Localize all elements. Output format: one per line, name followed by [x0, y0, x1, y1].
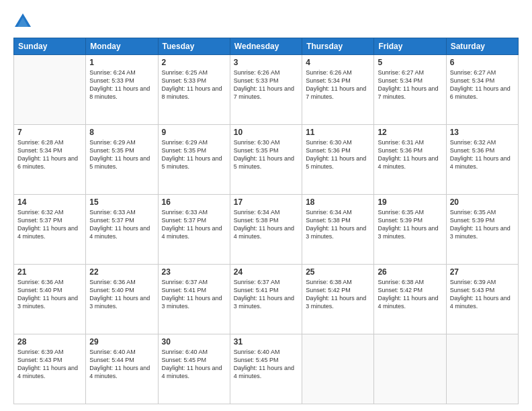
calendar-header-sunday: Sunday	[14, 38, 86, 55]
calendar-cell: 31Sunrise: 6:40 AMSunset: 5:45 PMDayligh…	[230, 334, 302, 404]
day-info: Sunrise: 6:27 AMSunset: 5:34 PMDaylight:…	[450, 68, 515, 101]
calendar-cell: 25Sunrise: 6:38 AMSunset: 5:42 PMDayligh…	[302, 265, 374, 334]
day-number: 30	[162, 337, 226, 347]
day-number: 18	[306, 197, 370, 207]
day-info: Sunrise: 6:25 AMSunset: 5:33 PMDaylight:…	[162, 68, 226, 101]
day-number: 12	[378, 128, 442, 137]
calendar-header-monday: Monday	[86, 38, 158, 55]
day-number: 1	[89, 58, 154, 67]
calendar-cell: 20Sunrise: 6:35 AMSunset: 5:39 PMDayligh…	[446, 195, 518, 265]
day-info: Sunrise: 6:40 AMSunset: 5:45 PMDaylight:…	[162, 348, 226, 381]
day-number: 19	[378, 197, 442, 207]
calendar-week-2: 7Sunrise: 6:28 AMSunset: 5:34 PMDaylight…	[14, 125, 519, 195]
day-number: 9	[162, 128, 226, 137]
calendar-cell: 23Sunrise: 6:37 AMSunset: 5:41 PMDayligh…	[158, 265, 230, 334]
header	[13, 12, 519, 31]
day-info: Sunrise: 6:28 AMSunset: 5:34 PMDaylight:…	[17, 138, 82, 171]
calendar-cell: 7Sunrise: 6:28 AMSunset: 5:34 PMDaylight…	[14, 125, 86, 195]
calendar-cell: 18Sunrise: 6:34 AMSunset: 5:38 PMDayligh…	[302, 195, 374, 265]
day-info: Sunrise: 6:29 AMSunset: 5:35 PMDaylight:…	[162, 138, 226, 171]
calendar-week-1: 1Sunrise: 6:24 AMSunset: 5:33 PMDaylight…	[14, 55, 519, 125]
day-info: Sunrise: 6:32 AMSunset: 5:37 PMDaylight:…	[17, 208, 82, 241]
day-number: 24	[234, 267, 298, 277]
day-number: 25	[306, 267, 370, 277]
calendar-cell	[446, 334, 518, 404]
day-info: Sunrise: 6:27 AMSunset: 5:34 PMDaylight:…	[378, 68, 442, 101]
calendar-week-3: 14Sunrise: 6:32 AMSunset: 5:37 PMDayligh…	[14, 195, 519, 265]
calendar-cell: 16Sunrise: 6:33 AMSunset: 5:37 PMDayligh…	[158, 195, 230, 265]
day-info: Sunrise: 6:29 AMSunset: 5:35 PMDaylight:…	[89, 138, 154, 171]
day-number: 13	[450, 128, 515, 137]
calendar-cell: 21Sunrise: 6:36 AMSunset: 5:40 PMDayligh…	[14, 265, 86, 334]
day-number: 20	[450, 197, 515, 207]
day-info: Sunrise: 6:36 AMSunset: 5:40 PMDaylight:…	[89, 278, 154, 311]
page: SundayMondayTuesdayWednesdayThursdayFrid…	[0, 0, 532, 411]
calendar-header-thursday: Thursday	[302, 38, 374, 55]
day-number: 15	[89, 197, 154, 207]
day-info: Sunrise: 6:39 AMSunset: 5:43 PMDaylight:…	[450, 278, 515, 311]
day-info: Sunrise: 6:38 AMSunset: 5:42 PMDaylight:…	[378, 278, 442, 311]
calendar-cell: 27Sunrise: 6:39 AMSunset: 5:43 PMDayligh…	[446, 265, 518, 334]
day-info: Sunrise: 6:33 AMSunset: 5:37 PMDaylight:…	[89, 208, 154, 241]
day-number: 7	[17, 128, 82, 137]
calendar-cell: 8Sunrise: 6:29 AMSunset: 5:35 PMDaylight…	[86, 125, 158, 195]
day-info: Sunrise: 6:39 AMSunset: 5:43 PMDaylight:…	[17, 348, 82, 381]
day-info: Sunrise: 6:26 AMSunset: 5:33 PMDaylight:…	[234, 68, 298, 101]
day-number: 27	[450, 267, 515, 277]
calendar-cell: 29Sunrise: 6:40 AMSunset: 5:44 PMDayligh…	[86, 334, 158, 404]
day-number: 21	[17, 267, 82, 277]
day-number: 22	[89, 267, 154, 277]
day-number: 4	[306, 58, 370, 67]
day-info: Sunrise: 6:24 AMSunset: 5:33 PMDaylight:…	[89, 68, 154, 101]
day-info: Sunrise: 6:35 AMSunset: 5:39 PMDaylight:…	[378, 208, 442, 241]
calendar-cell: 30Sunrise: 6:40 AMSunset: 5:45 PMDayligh…	[158, 334, 230, 404]
day-info: Sunrise: 6:35 AMSunset: 5:39 PMDaylight:…	[450, 208, 515, 241]
day-number: 5	[378, 58, 442, 67]
calendar-week-4: 21Sunrise: 6:36 AMSunset: 5:40 PMDayligh…	[14, 265, 519, 334]
day-number: 17	[234, 197, 298, 207]
day-info: Sunrise: 6:37 AMSunset: 5:41 PMDaylight:…	[234, 278, 298, 311]
calendar-header-tuesday: Tuesday	[158, 38, 230, 55]
calendar-cell: 3Sunrise: 6:26 AMSunset: 5:33 PMDaylight…	[230, 55, 302, 125]
day-info: Sunrise: 6:34 AMSunset: 5:38 PMDaylight:…	[234, 208, 298, 241]
calendar-cell: 26Sunrise: 6:38 AMSunset: 5:42 PMDayligh…	[374, 265, 446, 334]
calendar-cell: 12Sunrise: 6:31 AMSunset: 5:36 PMDayligh…	[374, 125, 446, 195]
calendar-header-friday: Friday	[374, 38, 446, 55]
calendar-cell: 1Sunrise: 6:24 AMSunset: 5:33 PMDaylight…	[86, 55, 158, 125]
calendar-cell: 13Sunrise: 6:32 AMSunset: 5:36 PMDayligh…	[446, 125, 518, 195]
day-number: 11	[306, 128, 370, 137]
day-number: 28	[17, 337, 82, 347]
calendar-cell: 22Sunrise: 6:36 AMSunset: 5:40 PMDayligh…	[86, 265, 158, 334]
day-number: 31	[234, 337, 298, 347]
calendar-cell: 6Sunrise: 6:27 AMSunset: 5:34 PMDaylight…	[446, 55, 518, 125]
calendar-header-row: SundayMondayTuesdayWednesdayThursdayFrid…	[14, 38, 519, 55]
calendar-cell	[14, 55, 86, 125]
day-number: 26	[378, 267, 442, 277]
day-number: 16	[162, 197, 226, 207]
calendar-cell: 5Sunrise: 6:27 AMSunset: 5:34 PMDaylight…	[374, 55, 446, 125]
calendar-cell: 11Sunrise: 6:30 AMSunset: 5:36 PMDayligh…	[302, 125, 374, 195]
day-info: Sunrise: 6:31 AMSunset: 5:36 PMDaylight:…	[378, 138, 442, 171]
calendar-cell: 15Sunrise: 6:33 AMSunset: 5:37 PMDayligh…	[86, 195, 158, 265]
day-number: 29	[89, 337, 154, 347]
day-info: Sunrise: 6:37 AMSunset: 5:41 PMDaylight:…	[162, 278, 226, 311]
day-number: 3	[234, 58, 298, 67]
day-info: Sunrise: 6:40 AMSunset: 5:45 PMDaylight:…	[234, 348, 298, 381]
calendar-cell	[374, 334, 446, 404]
day-info: Sunrise: 6:40 AMSunset: 5:44 PMDaylight:…	[89, 348, 154, 381]
calendar-cell: 17Sunrise: 6:34 AMSunset: 5:38 PMDayligh…	[230, 195, 302, 265]
day-number: 2	[162, 58, 226, 67]
day-info: Sunrise: 6:30 AMSunset: 5:35 PMDaylight:…	[234, 138, 298, 171]
day-info: Sunrise: 6:34 AMSunset: 5:38 PMDaylight:…	[306, 208, 370, 241]
calendar-cell	[302, 334, 374, 404]
day-info: Sunrise: 6:38 AMSunset: 5:42 PMDaylight:…	[306, 278, 370, 311]
calendar-cell: 24Sunrise: 6:37 AMSunset: 5:41 PMDayligh…	[230, 265, 302, 334]
calendar-header-saturday: Saturday	[446, 38, 518, 55]
day-number: 10	[234, 128, 298, 137]
calendar-cell: 28Sunrise: 6:39 AMSunset: 5:43 PMDayligh…	[14, 334, 86, 404]
day-number: 23	[162, 267, 226, 277]
day-info: Sunrise: 6:30 AMSunset: 5:36 PMDaylight:…	[306, 138, 370, 171]
calendar-cell: 10Sunrise: 6:30 AMSunset: 5:35 PMDayligh…	[230, 125, 302, 195]
calendar-cell: 19Sunrise: 6:35 AMSunset: 5:39 PMDayligh…	[374, 195, 446, 265]
day-number: 6	[450, 58, 515, 67]
